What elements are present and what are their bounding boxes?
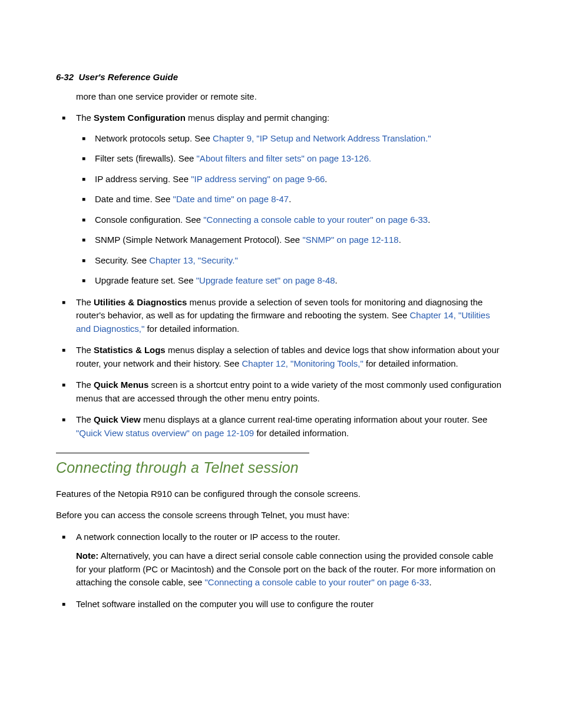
cross-ref-link[interactable]: "Quick View status overview" on page 12-… (76, 428, 254, 438)
text: menus display and permit changing: (186, 113, 329, 123)
bold-term: System Configuration (94, 113, 186, 123)
text: The (76, 414, 94, 424)
text: . (335, 275, 338, 285)
text: . (289, 194, 291, 204)
text: Console configuration. See (95, 215, 203, 225)
doc-title: User's Reference Guide (78, 72, 178, 82)
list-item: Upgrade feature set. See "Upgrade featur… (76, 274, 506, 288)
text: The (76, 297, 94, 307)
list-item: The Quick Menus screen is a shortcut ent… (56, 378, 506, 405)
text: Filter sets (firewalls). See (95, 153, 197, 163)
text: The (76, 345, 94, 355)
text: A network connection locally to the rout… (76, 532, 340, 542)
cross-ref-link[interactable]: "Connecting a console cable to your rout… (203, 215, 428, 225)
list-item: Date and time. See "Date and time" on pa… (76, 193, 506, 206)
text: . (325, 174, 327, 184)
list-item: Filter sets (firewalls). See "About filt… (76, 152, 506, 166)
text: . (429, 577, 431, 587)
text: Date and time. See (95, 194, 173, 204)
text: Telnet software installed on the compute… (76, 599, 373, 609)
list-item: The Utilities & Diagnostics menus provid… (56, 296, 506, 336)
text: . (399, 235, 401, 245)
cross-ref-link[interactable]: Chapter 13, "Security." (149, 255, 237, 265)
page: 6-32 User's Reference Guide more than on… (0, 0, 562, 728)
text: SNMP (Simple Network Management Protocol… (95, 235, 302, 245)
list-item: SNMP (Simple Network Management Protocol… (76, 233, 506, 247)
page-number: 6-32 (56, 72, 74, 82)
text: The (76, 113, 94, 123)
cross-ref-link[interactable]: Chapter 9, "IP Setup and Network Address… (213, 133, 431, 143)
running-header: 6-32 User's Reference Guide (56, 71, 506, 84)
body-paragraph: Before you can access the console screen… (56, 509, 506, 522)
cross-ref-link[interactable]: Chapter 12, "Monitoring Tools," (242, 358, 363, 368)
section-bullet-list: A network connection locally to the rout… (56, 531, 506, 611)
body-paragraph: Features of the Netopia R910 can be conf… (56, 487, 506, 501)
list-item: Console configuration. See "Connecting a… (76, 213, 506, 227)
list-item: IP address serving. See "IP address serv… (76, 173, 506, 186)
main-bullet-list: The System Configuration menus display a… (56, 111, 506, 440)
text: for detailed information. (254, 428, 349, 438)
text: IP address serving. See (95, 174, 191, 184)
bold-term: Statistics & Logs (94, 345, 166, 355)
text: Network protocols setup. See (95, 133, 213, 143)
sub-bullet-list: Network protocols setup. See Chapter 9, … (76, 132, 506, 288)
list-item: Security. See Chapter 13, "Security." (76, 254, 506, 268)
text: for detailed information. (363, 358, 458, 368)
text: The (76, 380, 94, 390)
note-label: Note: (76, 551, 98, 561)
cross-ref-link[interactable]: "Connecting a console cable to your rout… (204, 577, 429, 587)
text: menu displays at a glance current real-t… (141, 414, 488, 424)
note-block: Note: Alternatively, you can have a dire… (76, 549, 506, 589)
continuation-text: more than one service provider or remote… (56, 90, 506, 104)
list-item: The Quick View menu displays at a glance… (56, 413, 506, 440)
text: Security. See (95, 255, 149, 265)
list-item: The System Configuration menus display a… (56, 111, 506, 288)
text: for detailed information. (144, 324, 239, 334)
cross-ref-link[interactable]: "About filters and filter sets" on page … (197, 153, 372, 163)
cross-ref-link[interactable]: "IP address serving" on page 9-66 (191, 174, 325, 184)
list-item: The Statistics & Logs menus display a se… (56, 344, 506, 370)
cross-ref-link[interactable]: "Upgrade feature set" on page 8-48 (196, 275, 335, 285)
bold-term: Utilities & Diagnostics (94, 297, 187, 307)
cross-ref-link[interactable]: "Date and time" on page 8-47 (173, 194, 289, 204)
text: Upgrade feature set. See (95, 275, 196, 285)
list-item: Telnet software installed on the compute… (56, 598, 506, 611)
list-item: Network protocols setup. See Chapter 9, … (76, 132, 506, 146)
bold-term: Quick View (94, 414, 141, 424)
section-heading: Connecting through a Telnet session (56, 457, 506, 479)
cross-ref-link[interactable]: "SNMP" on page 12-118 (302, 235, 398, 245)
section-rule (56, 453, 309, 453)
text: . (428, 215, 430, 225)
bold-term: Quick Menus (94, 380, 148, 390)
list-item: A network connection locally to the rout… (56, 531, 506, 589)
